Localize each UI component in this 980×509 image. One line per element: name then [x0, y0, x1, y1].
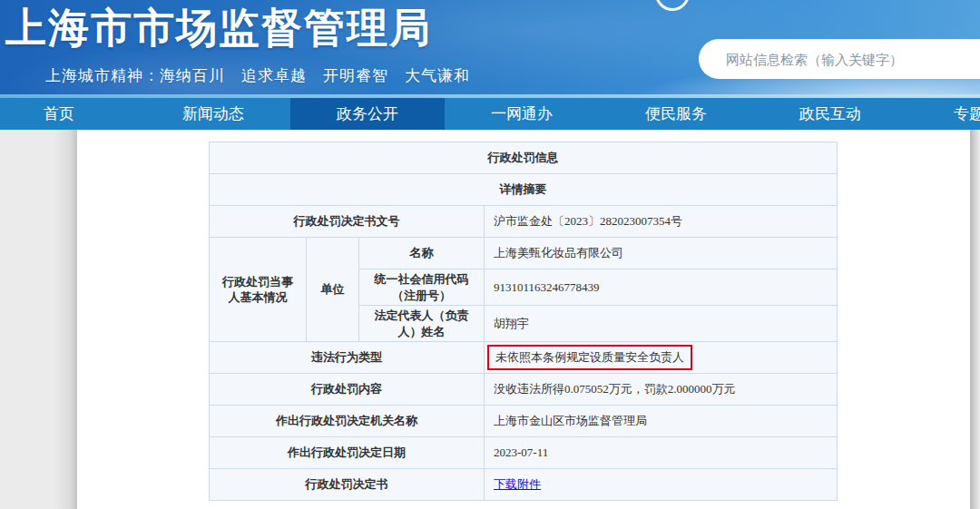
- credit-code-value: 913101163246778439: [485, 269, 838, 306]
- decision-date-value: 2023-07-11: [485, 437, 838, 469]
- page: 上海市市场监督管理局 上海城市精神：海纳百川 追求卓越 开明睿智 大气谦和 首页…: [0, 0, 980, 509]
- authority-label: 作出行政处罚决定机关名称: [210, 406, 485, 437]
- credit-code-label: 统一社会信用代码（注册号）: [359, 269, 485, 306]
- violation-type-label: 违法行为类型: [210, 342, 485, 374]
- left-gutter: [0, 130, 77, 509]
- nav-item-home[interactable]: 首页: [0, 98, 136, 130]
- table-row: 作出行政处罚决定日期 2023-07-11: [210, 437, 838, 469]
- party-type-label: 单位: [307, 238, 359, 342]
- nav-item-news[interactable]: 新闻动态: [136, 98, 290, 130]
- table-row: 行政处罚信息: [210, 142, 838, 174]
- penalty-info-table: 行政处罚信息 详情摘要 行政处罚决定书文号 沪市监金处〔2023〕2820230…: [209, 142, 838, 501]
- site-title: 上海市市场监督管理局: [5, 0, 432, 56]
- decision-doc-label: 行政处罚决定书: [210, 469, 485, 501]
- legal-rep-label: 法定代表人（负责人）姓名: [359, 306, 485, 342]
- party-basic-info-label: 行政处罚当事人基本情况: [210, 238, 307, 342]
- download-attachment-link[interactable]: 下载附件: [494, 477, 541, 491]
- table-row: 详情摘要: [210, 174, 838, 206]
- table-row: 行政处罚内容 没收违法所得0.075052万元，罚款2.000000万元: [210, 374, 838, 406]
- table-row: 违法行为类型 未依照本条例规定设质量安全负责人: [210, 342, 838, 374]
- right-edge-strip: [970, 130, 980, 509]
- city-spirit-slogan: 上海城市精神：海纳百川 追求卓越 开明睿智 大气谦和: [45, 65, 470, 86]
- authority-value: 上海市金山区市场监督管理局: [485, 406, 838, 437]
- violation-type-cell: 未依照本条例规定设质量安全负责人: [485, 342, 838, 374]
- legal-rep-value: 胡翔宇: [485, 306, 838, 342]
- site-header: 上海市市场监督管理局 上海城市精神：海纳百川 追求卓越 开明睿智 大气谦和: [0, 0, 980, 98]
- penalty-content-label: 行政处罚内容: [210, 374, 485, 406]
- party-name-value: 上海美甄化妆品有限公司: [485, 238, 838, 269]
- nav-item-special-topics[interactable]: 专题专栏: [907, 98, 980, 130]
- decision-doc-cell: 下载附件: [485, 469, 838, 501]
- table-row: 作出行政处罚决定机关名称 上海市金山区市场监督管理局: [210, 406, 838, 437]
- main-nav: 首页 新闻动态 政务公开 一网通办 便民服务 政民互动 专题专栏: [0, 98, 980, 130]
- penalty-info-title: 行政处罚信息: [210, 142, 838, 174]
- decision-date-label: 作出行政处罚决定日期: [210, 437, 485, 469]
- nav-item-gov-affairs[interactable]: 政务公开: [290, 98, 445, 130]
- site-search-input[interactable]: [699, 39, 980, 79]
- table-row: 行政处罚决定书 下载附件: [210, 469, 838, 501]
- table-row: 行政处罚当事人基本情况 单位 名称 上海美甄化妆品有限公司: [210, 238, 838, 269]
- party-name-label: 名称: [359, 238, 485, 269]
- nav-item-public-interaction[interactable]: 政民互动: [753, 98, 907, 130]
- violation-type-highlight: 未依照本条例规定设质量安全负责人: [487, 345, 692, 370]
- doc-number-label: 行政处罚决定书文号: [210, 206, 485, 238]
- doc-number-value: 沪市监金处〔2023〕282023007354号: [485, 206, 838, 238]
- penalty-content-value: 没收违法所得0.075052万元，罚款2.000000万元: [485, 374, 838, 406]
- nav-item-one-stop-services[interactable]: 一网通办: [445, 98, 599, 130]
- decorative-ring-icon: [655, 0, 690, 11]
- table-row: 行政处罚决定书文号 沪市监金处〔2023〕282023007354号: [210, 206, 838, 238]
- nav-item-public-services[interactable]: 便民服务: [599, 98, 753, 130]
- detail-summary-title: 详情摘要: [210, 174, 838, 206]
